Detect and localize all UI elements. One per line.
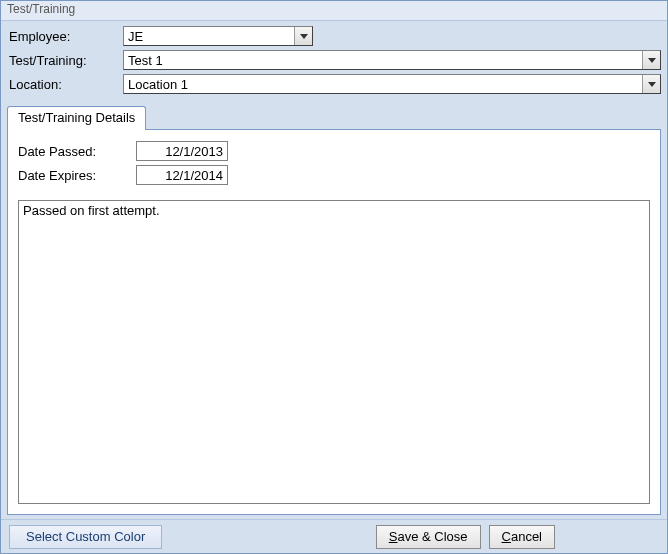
test-label: Test/Training: (7, 53, 123, 68)
chevron-down-icon (648, 82, 656, 87)
date-expires-input[interactable] (136, 165, 228, 185)
location-label: Location: (7, 77, 123, 92)
date-passed-label: Date Passed: (18, 144, 136, 159)
employee-dropdown-button[interactable] (294, 27, 312, 45)
employee-combobox[interactable]: JE (123, 26, 313, 46)
footer: Select Custom Color Save & Close Cancel (1, 519, 667, 553)
save-close-button[interactable]: Save & Close (376, 525, 481, 549)
employee-label: Employee: (7, 29, 123, 44)
location-combobox[interactable]: Location 1 (123, 74, 661, 94)
chevron-down-icon (300, 34, 308, 39)
date-passed-row: Date Passed: (18, 140, 650, 162)
notes-textarea[interactable] (18, 200, 650, 504)
date-passed-input[interactable] (136, 141, 228, 161)
header-form: Employee: JE Test/Training: Test 1 Locat… (1, 21, 667, 105)
employee-row: Employee: JE (7, 25, 661, 47)
notes-wrap (18, 200, 650, 504)
test-dropdown-button[interactable] (642, 51, 660, 69)
date-expires-label: Date Expires: (18, 168, 136, 183)
test-value: Test 1 (128, 53, 163, 68)
chevron-down-icon (648, 58, 656, 63)
test-combobox[interactable]: Test 1 (123, 50, 661, 70)
tab-details[interactable]: Test/Training Details (7, 106, 146, 130)
test-row: Test/Training: Test 1 (7, 49, 661, 71)
tab-strip: Test/Training Details (7, 105, 661, 129)
location-value: Location 1 (128, 77, 188, 92)
location-row: Location: Location 1 (7, 73, 661, 95)
select-custom-color-button[interactable]: Select Custom Color (9, 525, 162, 549)
tab-body: Date Passed: Date Expires: (7, 129, 661, 515)
employee-value: JE (128, 29, 143, 44)
date-expires-row: Date Expires: (18, 164, 650, 186)
cancel-button[interactable]: Cancel (489, 525, 555, 549)
window-title: Test/Training (1, 1, 667, 21)
location-dropdown-button[interactable] (642, 75, 660, 93)
test-training-window: Test/Training Employee: JE Test/Training… (0, 0, 668, 554)
tabs-area: Test/Training Details Date Passed: Date … (1, 105, 667, 519)
